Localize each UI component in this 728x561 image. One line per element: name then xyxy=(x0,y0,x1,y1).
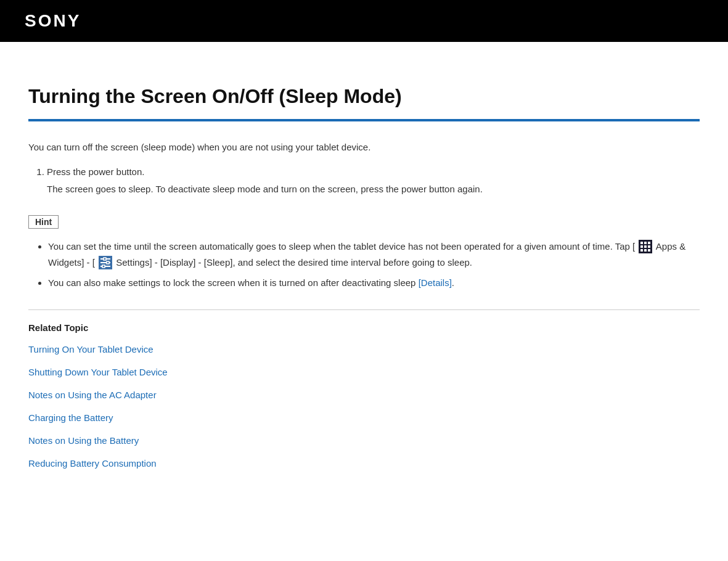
apps-widgets-icon xyxy=(639,240,652,253)
hint2-text-after: . xyxy=(452,277,454,288)
apps-icon-grid xyxy=(640,242,650,252)
hint1-text-mid2: Settings] - [Display] - [Sleep], and sel… xyxy=(116,257,472,268)
related-link-shutting-down[interactable]: Shutting Down Your Tablet Device xyxy=(28,367,700,377)
svg-rect-6 xyxy=(102,265,105,268)
hint1-text-before: You can set the time until the screen au… xyxy=(48,241,635,252)
step-1: Press the power button. The screen goes … xyxy=(47,165,700,197)
step-1-text: Press the power button. xyxy=(47,166,144,177)
related-link-reducing-battery[interactable]: Reducing Battery Consumption xyxy=(28,458,700,469)
settings-icon-svg xyxy=(99,256,112,269)
hint-item-1: You can set the time until the screen au… xyxy=(48,239,700,270)
step-1-detail: The screen goes to sleep. To deactivate … xyxy=(47,182,700,197)
steps-list: Press the power button. The screen goes … xyxy=(28,165,700,197)
main-content: Turning the Screen On/Off (Sleep Mode) Y… xyxy=(0,42,728,518)
related-link-notes-battery[interactable]: Notes on Using the Battery xyxy=(28,435,700,446)
svg-rect-5 xyxy=(107,261,109,264)
site-header: SONY xyxy=(0,0,728,42)
intro-text: You can turn off the screen (sleep mode)… xyxy=(28,140,700,155)
svg-rect-4 xyxy=(104,258,106,260)
page-title: Turning the Screen On/Off (Sleep Mode) xyxy=(28,85,700,108)
hint-label: Hint xyxy=(28,215,59,229)
title-divider xyxy=(28,119,700,121)
hint-list: You can set the time until the screen au… xyxy=(28,239,700,291)
hint-item-2: You can also make settings to lock the s… xyxy=(48,275,700,291)
hint2-text-before: You can also make settings to lock the s… xyxy=(48,277,419,288)
hint-section: Hint You can set the time until the scre… xyxy=(28,209,700,291)
settings-icon xyxy=(99,256,112,269)
related-link-charging-battery[interactable]: Charging the Battery xyxy=(28,412,700,423)
related-link-turning-on[interactable]: Turning On Your Tablet Device xyxy=(28,344,700,354)
related-topic-title: Related Topic xyxy=(28,322,700,333)
related-link-ac-adapter[interactable]: Notes on Using the AC Adapter xyxy=(28,390,700,400)
related-topic-section: Related Topic Turning On Your Tablet Dev… xyxy=(28,309,700,469)
details-link[interactable]: [Details] xyxy=(419,277,452,288)
sony-logo: SONY xyxy=(25,11,81,31)
